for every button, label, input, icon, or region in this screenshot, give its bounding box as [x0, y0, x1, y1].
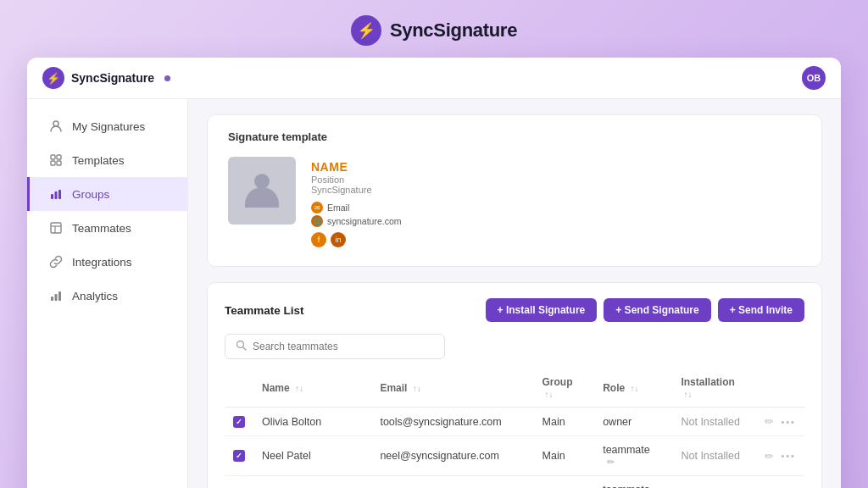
row-actions: ✏ •••	[765, 415, 796, 428]
avatar-person-shape	[245, 174, 279, 208]
col-actions	[756, 369, 804, 408]
install-signature-button[interactable]: + Install Signature	[486, 298, 598, 322]
sidebar-item-teammates[interactable]: Teammates	[27, 211, 187, 245]
col-role: Role ↑↓	[594, 369, 672, 408]
teammate-list-title: Teammate List	[225, 304, 304, 317]
sidebar-item-templates[interactable]: Templates	[27, 143, 187, 177]
bar-chart-icon	[48, 186, 64, 202]
sidebar-label-analytics: Analytics	[72, 290, 118, 302]
sig-social: f in	[311, 232, 402, 247]
table-row: Olivia Bolton tools@syncsignature.com Ma…	[225, 408, 804, 436]
sidebar-label-my-signatures: My Signatures	[72, 120, 145, 133]
titlebar: ⚡ SyncSignature OB	[27, 58, 841, 99]
row-actions: ✏ •••	[765, 450, 796, 463]
table-icon	[48, 220, 64, 236]
row-checkbox-cell	[225, 476, 253, 489]
web-contact-icon: 🌐	[311, 215, 323, 227]
col-email: Email ↑↓	[371, 369, 533, 408]
sort-name[interactable]: ↑↓	[295, 384, 303, 393]
sidebar-label-teammates: Teammates	[72, 222, 131, 235]
col-installation: Installation ↑↓	[672, 369, 756, 408]
sig-website-row: 🌐 syncsignature.com	[311, 215, 402, 227]
table-row: Neel Patel neel@syncsignature.com Main t…	[225, 436, 804, 476]
sig-email-row: ✉ Email	[311, 202, 402, 214]
row-group: Main	[534, 476, 595, 489]
sort-group[interactable]: ↑↓	[545, 390, 554, 399]
row-actions-cell: ✏ •••	[756, 436, 804, 476]
svg-rect-5	[51, 194, 53, 199]
user-avatar[interactable]: OB	[802, 66, 826, 90]
search-icon	[236, 340, 247, 353]
col-checkbox	[225, 369, 253, 408]
row-role: teammate ✏	[594, 476, 672, 489]
email-contact-icon: ✉	[311, 202, 323, 214]
top-logo-icon: ⚡	[351, 15, 381, 46]
svg-rect-3	[51, 161, 55, 165]
row-actions-cell: ✏ •••	[756, 476, 804, 489]
search-bar[interactable]	[225, 334, 445, 359]
send-invite-button[interactable]: + Send Invite	[718, 298, 804, 322]
more-options-icon[interactable]: •••	[781, 417, 796, 427]
sidebar-label-integrations: Integrations	[72, 256, 132, 269]
svg-rect-2	[57, 155, 61, 159]
row-role: owner	[594, 408, 672, 436]
sig-name: NAME	[311, 160, 402, 174]
svg-rect-6	[55, 191, 58, 199]
send-signature-button[interactable]: + Send Signature	[604, 298, 710, 322]
link-icon	[48, 254, 64, 269]
main-content: Signature template NAME Position SyncSig…	[188, 99, 841, 488]
col-group: Group ↑↓	[534, 369, 595, 408]
titlebar-logo-icon: ⚡	[42, 67, 64, 89]
row-group: Main	[534, 436, 595, 476]
sidebar-item-my-signatures[interactable]: My Signatures	[27, 109, 187, 143]
top-logo-text: SyncSignature	[390, 19, 517, 42]
teammate-actions: + Install Signature + Send Signature + S…	[486, 298, 804, 322]
sort-email[interactable]: ↑↓	[413, 384, 421, 393]
row-checkbox-1[interactable]	[233, 450, 245, 462]
signature-template-title: Signature template	[228, 130, 801, 143]
analytics-icon	[48, 288, 64, 303]
sidebar-label-groups: Groups	[72, 188, 109, 201]
svg-rect-13	[58, 291, 61, 301]
sidebar-item-groups[interactable]: Groups	[27, 177, 187, 211]
svg-rect-4	[57, 161, 61, 165]
svg-rect-11	[51, 297, 53, 301]
app-window: ⚡ SyncSignature OB My Signatures	[27, 58, 841, 488]
row-email: tools@syncsignature.com	[371, 408, 533, 436]
sig-contact: ✉ Email 🌐 syncsignature.com	[311, 202, 402, 227]
edit-icon[interactable]: ✏	[765, 415, 774, 428]
svg-rect-7	[58, 190, 61, 199]
facebook-icon: f	[311, 232, 326, 247]
sidebar-label-templates: Templates	[72, 154, 125, 167]
row-email: support@syncsignature.com	[371, 476, 533, 489]
svg-rect-12	[55, 294, 58, 301]
row-checkbox-0[interactable]	[233, 416, 245, 428]
signature-info: NAME Position SyncSignature ✉ Email 🌐 sy…	[311, 157, 402, 247]
teammate-header: Teammate List + Install Signature + Send…	[225, 298, 804, 322]
row-installation: Not Installed	[672, 476, 756, 489]
signature-preview: NAME Position SyncSignature ✉ Email 🌐 sy…	[228, 157, 801, 247]
more-options-icon[interactable]: •••	[781, 451, 796, 461]
sidebar-item-integrations[interactable]: Integrations	[27, 245, 187, 279]
titlebar-left: ⚡ SyncSignature	[42, 67, 170, 89]
table-row: Sunny Patel support@syncsignature.com Ma…	[225, 476, 804, 489]
row-email: neel@syncsignature.com	[371, 436, 533, 476]
edit-icon[interactable]: ✏	[765, 450, 774, 463]
sidebar-item-analytics[interactable]: Analytics	[27, 279, 187, 313]
sort-role[interactable]: ↑↓	[631, 384, 639, 393]
row-role: teammate ✏	[594, 436, 672, 476]
svg-rect-8	[51, 223, 61, 233]
sort-installation[interactable]: ↑↓	[683, 390, 692, 399]
sig-company: SyncSignature	[311, 185, 402, 195]
row-name: Neel Patel	[253, 436, 371, 476]
row-checkbox-cell	[225, 436, 253, 476]
teammate-table: Name ↑↓ Email ↑↓ Group ↑↓	[225, 369, 804, 488]
search-input[interactable]	[253, 341, 434, 352]
col-name: Name ↑↓	[253, 369, 371, 408]
sig-position: Position	[311, 175, 402, 185]
svg-point-0	[53, 121, 58, 126]
row-installation: Not Installed	[672, 436, 756, 476]
role-edit-icon[interactable]: ✏	[607, 457, 615, 467]
linkedin-icon: in	[331, 232, 346, 247]
row-actions-cell: ✏ •••	[756, 408, 804, 436]
